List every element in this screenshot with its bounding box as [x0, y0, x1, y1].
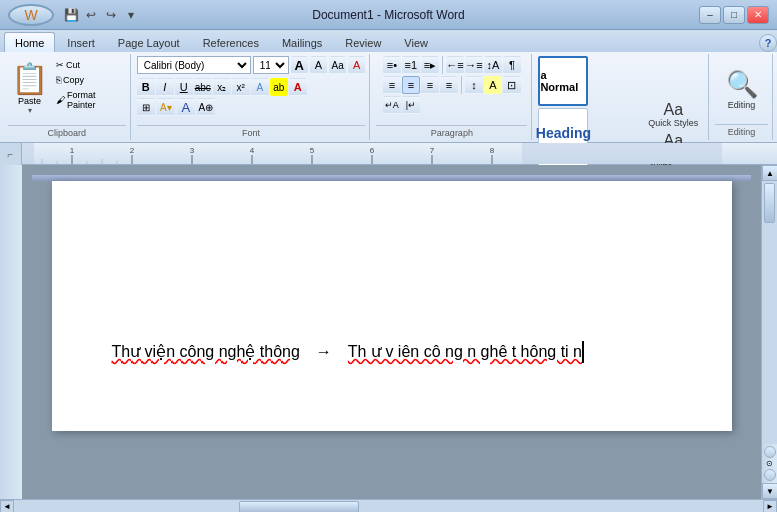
tab-references[interactable]: References — [192, 32, 270, 52]
doc-text-right[interactable]: Th ư v iên cô ng n ghê t hông ti n — [348, 341, 584, 363]
strikethrough-button[interactable]: abc — [194, 78, 212, 96]
svg-text:4: 4 — [250, 146, 255, 155]
text-direction-button[interactable]: A⊕ — [197, 98, 215, 116]
line-spacing-button[interactable]: ↕ — [465, 76, 483, 94]
ruler-corner-symbol: ⌐ — [0, 143, 21, 165]
svg-text:7: 7 — [430, 146, 435, 155]
scroll-select-browse[interactable]: ⊙ — [766, 459, 773, 468]
cut-button[interactable]: ✂ Cut — [53, 58, 126, 72]
scroll-right-button[interactable]: ► — [763, 500, 777, 513]
superscript-button[interactable]: x² — [232, 78, 250, 96]
font-row1: Calibri (Body) 11 A A Aa A — [137, 56, 366, 74]
quick-styles-button[interactable]: Aa Quick Styles — [642, 100, 704, 130]
h-scroll-track[interactable] — [14, 500, 763, 513]
close-button[interactable]: ✕ — [747, 6, 769, 24]
format-painter-button[interactable]: 🖌 Format Painter — [53, 88, 126, 112]
cut-label: Cut — [66, 60, 80, 70]
shrink-font-button[interactable]: A — [310, 56, 327, 74]
editing-button[interactable]: 🔍 Editing — [714, 56, 769, 122]
save-quick-btn[interactable]: 💾 — [62, 6, 80, 24]
paste-dropdown-arrow: ▾ — [28, 106, 32, 115]
grow-font-button[interactable]: A — [291, 56, 308, 74]
scroll-next-button[interactable] — [764, 469, 776, 481]
office-button[interactable]: W — [8, 4, 54, 26]
window-controls: – □ ✕ — [699, 6, 769, 24]
increase-indent-button[interactable]: →≡ — [465, 56, 483, 74]
vertical-ruler-svg — [0, 165, 22, 499]
redo-quick-btn[interactable]: ↪ — [102, 6, 120, 24]
font-row2: B I U abc x₂ x² A ab A — [137, 78, 366, 96]
highlight-button[interactable]: ab — [270, 78, 288, 96]
scroll-prev-button[interactable] — [764, 446, 776, 458]
horizontal-ruler: 1 2 3 4 5 6 7 8 — [22, 143, 777, 164]
para-misc1[interactable]: ↵A — [383, 96, 401, 114]
h-scroll-thumb[interactable] — [239, 501, 359, 513]
document-area[interactable]: Thư viện công nghệ thông → Th ư v iên cô… — [22, 165, 761, 499]
underline-button[interactable]: U — [175, 78, 193, 96]
doc-text-left[interactable]: Thư viện công nghệ thông — [112, 341, 300, 363]
minimize-button[interactable]: – — [699, 6, 721, 24]
justify-button[interactable]: ≡ — [440, 76, 458, 94]
border-button[interactable]: ⊞ — [137, 98, 155, 116]
multilevel-list-button[interactable]: ≡▸ — [421, 56, 439, 74]
para-misc2[interactable]: |↵ — [402, 96, 420, 114]
ruler-container: ⌐ 1 2 3 4 5 6 7 8 — [0, 143, 777, 165]
scroll-left-button[interactable]: ◄ — [0, 500, 14, 513]
scroll-track[interactable] — [762, 181, 777, 444]
maximize-button[interactable]: □ — [723, 6, 745, 24]
paste-button[interactable]: 📋 Paste ▾ — [8, 56, 51, 120]
shading2-button[interactable]: A — [484, 76, 502, 94]
svg-rect-22 — [22, 143, 34, 164]
quick-access-dropdown[interactable]: ▾ — [122, 6, 140, 24]
font-group: Calibri (Body) 11 A A Aa A B I U abc x₂ — [133, 54, 371, 140]
help-button[interactable]: ? — [759, 34, 777, 52]
copy-button[interactable]: ⎘ Copy — [53, 73, 126, 87]
ribbon-tabs: Home Insert Page Layout References Maili… — [0, 30, 777, 52]
main-area: Thư viện công nghệ thông → Th ư v iên cô… — [0, 165, 777, 499]
tab-review[interactable]: Review — [334, 32, 392, 52]
document-page[interactable]: Thư viện công nghệ thông → Th ư v iên cô… — [52, 181, 732, 431]
svg-rect-24 — [0, 165, 22, 499]
scroll-thumb[interactable] — [764, 183, 775, 223]
ruler-svg: 1 2 3 4 5 6 7 8 — [22, 143, 777, 164]
text-effects-button[interactable]: A — [251, 78, 269, 96]
normal-style[interactable]: a Normal — [538, 56, 588, 106]
tab-insert[interactable]: Insert — [56, 32, 106, 52]
align-center-button[interactable]: ≡ — [402, 76, 420, 94]
scroll-up-button[interactable]: ▲ — [762, 165, 777, 181]
font-size-select[interactable]: 11 — [253, 56, 289, 74]
paste-icon: 📋 — [11, 61, 48, 96]
shading-button[interactable]: A▾ — [157, 98, 175, 116]
svg-text:5: 5 — [310, 146, 315, 155]
document-content[interactable]: Thư viện công nghệ thông → Th ư v iên cô… — [112, 221, 672, 363]
border2-button[interactable]: ⊡ — [503, 76, 521, 94]
align-left-button[interactable]: ≡ — [383, 76, 401, 94]
tab-view[interactable]: View — [393, 32, 439, 52]
text-size-button[interactable]: A — [177, 98, 195, 116]
font-color-button[interactable]: A — [289, 78, 307, 96]
tab-home[interactable]: Home — [4, 32, 55, 52]
quick-styles-icon: Aa — [663, 102, 683, 118]
scroll-down-button[interactable]: ▼ — [762, 483, 777, 499]
align-right-button[interactable]: ≡ — [421, 76, 439, 94]
italic-button[interactable]: I — [156, 78, 174, 96]
undo-quick-btn[interactable]: ↩ — [82, 6, 100, 24]
tab-page-layout[interactable]: Page Layout — [107, 32, 191, 52]
change-case-button[interactable]: Aa — [329, 56, 346, 74]
show-marks-button[interactable]: ¶ — [503, 56, 521, 74]
tab-mailings[interactable]: Mailings — [271, 32, 333, 52]
bullet-list-button[interactable]: ≡• — [383, 56, 401, 74]
decrease-indent-button[interactable]: ←≡ — [446, 56, 464, 74]
svg-rect-23 — [522, 143, 722, 164]
clipboard-small-buttons: ✂ Cut ⎘ Copy 🖌 Format Painter — [53, 56, 126, 112]
bold-button[interactable]: B — [137, 78, 155, 96]
arrow-symbol: → — [316, 341, 332, 363]
subscript-button[interactable]: x₂ — [213, 78, 231, 96]
styles-group: a Normal Heading Head 2 Aa Quick Styles … — [534, 54, 709, 140]
clear-format-button[interactable]: A — [348, 56, 365, 74]
number-list-button[interactable]: ≡1 — [402, 56, 420, 74]
copy-icon: ⎘ — [56, 75, 61, 85]
font-family-select[interactable]: Calibri (Body) — [137, 56, 251, 74]
paragraph-group: ≡• ≡1 ≡▸ ←≡ →≡ ↕A ¶ ≡ ≡ ≡ ≡ ↕ A — [372, 54, 532, 140]
sort-button[interactable]: ↕A — [484, 56, 502, 74]
